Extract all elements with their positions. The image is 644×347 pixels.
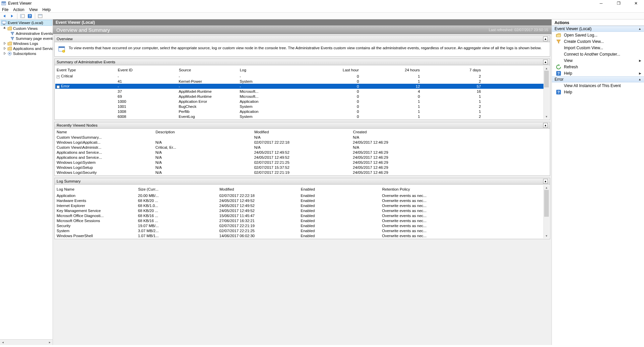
col-header[interactable]: Modified: [218, 185, 300, 193]
tree-item[interactable]: Summary page events: [0, 36, 53, 41]
table-row[interactable]: Security19.07 MB/...02/07/2017 22:21:19E…: [55, 223, 543, 228]
col-header[interactable]: 24 hours: [360, 66, 421, 74]
table-row[interactable]: Custom Views\Summary...N/AN/A: [55, 135, 549, 140]
section2-collapse[interactable]: ▲: [638, 78, 641, 81]
table-row[interactable]: Key Management Service68 KB/20 ...24/05/…: [55, 208, 543, 213]
action-item[interactable]: ?Help▶: [552, 70, 644, 76]
table-row[interactable]: 37AppModel-RuntimeMicrosoft...0416: [55, 89, 543, 94]
table-row[interactable]: Applications and Service...N/A24/05/2017…: [55, 150, 549, 155]
tree-toggle[interactable]: [3, 52, 6, 55]
submenu-arrow: ▶: [639, 72, 641, 75]
table-row[interactable]: 1008PerflibApplication011: [55, 109, 543, 114]
action-item[interactable]: Open Saved Log...: [552, 32, 644, 38]
tree-label: Custom Views: [13, 26, 38, 30]
summary-collapse[interactable]: ▲: [543, 60, 548, 64]
tree-toggle[interactable]: [3, 42, 6, 45]
maximize-button[interactable]: ❐: [614, 1, 623, 6]
tree-label: Administrative Events: [16, 31, 53, 36]
properties-button[interactable]: [37, 13, 44, 19]
tree-label: Summary page events: [16, 37, 53, 41]
help-icon: ?: [556, 89, 561, 95]
table-row[interactable]: Custom Views\Administr...Critical, Er...…: [55, 145, 549, 150]
menu-file[interactable]: File: [2, 7, 8, 12]
table-row[interactable]: Hardware Events68 KB/20 ...24/05/2017 12…: [55, 198, 543, 203]
menu-action[interactable]: Action: [13, 7, 24, 12]
col-header[interactable]: Description: [154, 129, 253, 135]
col-header[interactable]: Last hour: [299, 66, 360, 74]
recent-collapse[interactable]: ▲: [543, 123, 548, 128]
table-row[interactable]: Windows Logs\Applicati...N/A02/07/2017 2…: [55, 140, 549, 145]
table-row[interactable]: 69AppModel-RuntimeMicrosoft...001: [55, 94, 543, 99]
action-item[interactable]: Refresh: [552, 64, 644, 70]
table-row[interactable]: Windows Logs\SetupN/A02/07/2017 15:37:52…: [55, 165, 549, 170]
col-header[interactable]: Name: [55, 129, 154, 135]
col-header[interactable]: Source: [177, 66, 238, 74]
logsummary-table[interactable]: Log NameSize (Curr...ModifiedEnabledRete…: [55, 185, 543, 238]
action-item[interactable]: Import Custom View...: [552, 45, 644, 51]
tree-toggle[interactable]: [3, 27, 6, 30]
recent-table[interactable]: NameDescriptionModifiedCreatedCustom Vie…: [55, 129, 549, 175]
action-item[interactable]: ?Help: [552, 89, 644, 95]
tree-item[interactable]: Subscriptions: [0, 51, 53, 56]
actions-title: Actions: [552, 19, 644, 26]
col-header[interactable]: Enabled: [299, 185, 381, 193]
summary-scrollbar[interactable]: ▲ ▼: [543, 66, 549, 119]
row-expander[interactable]: −: [57, 85, 60, 88]
blank-icon: [556, 45, 561, 51]
menu-help[interactable]: Help: [43, 7, 51, 12]
table-row[interactable]: Internet Explorer68 KB/1.0...24/05/2017 …: [55, 203, 543, 208]
table-row[interactable]: Application20.00 MB/...02/07/2017 22:22:…: [55, 193, 543, 198]
table-row[interactable]: Microsoft Office Sessions68 KB/16 ...27/…: [55, 218, 543, 223]
col-header[interactable]: Log Name: [55, 185, 137, 193]
tree-hscroll[interactable]: ◄►: [0, 339, 53, 345]
close-button[interactable]: ✕: [631, 1, 641, 6]
table-row[interactable]: 6008EventLogSystem012: [55, 114, 543, 119]
col-header[interactable]: Size (Curr...: [137, 185, 218, 193]
action-item[interactable]: View▶: [552, 57, 644, 64]
table-row[interactable]: Applications and Service...N/A24/05/2017…: [55, 155, 549, 160]
table-row[interactable]: +Critical---012: [55, 74, 543, 79]
summary-table[interactable]: Event TypeEvent IDSourceLogLast hour24 h…: [55, 66, 543, 119]
col-header[interactable]: 7 days: [421, 66, 482, 74]
computer-icon: [2, 20, 6, 25]
minimize-button[interactable]: ─: [596, 1, 606, 6]
section1-collapse[interactable]: ▲: [638, 27, 641, 30]
help-button[interactable]: ?: [26, 13, 33, 19]
tree-toggle[interactable]: [3, 47, 6, 50]
col-header[interactable]: Modified: [253, 129, 351, 135]
logsummary-scrollbar[interactable]: ▲ ▼: [543, 185, 549, 238]
forward-button[interactable]: [9, 13, 15, 19]
filter-icon: [556, 39, 561, 44]
table-row[interactable]: Windows Logs\SystemN/A02/07/2017 22:21:2…: [55, 160, 549, 165]
tree-item[interactable]: Custom Views: [0, 26, 53, 31]
table-row[interactable]: 1000Application ErrorApplication011: [55, 99, 543, 104]
tree-item[interactable]: Administrative Events: [0, 31, 53, 36]
tree-root[interactable]: Event Viewer (Local): [1, 20, 52, 26]
actions-section-1: Event Viewer (Local) ▲: [552, 26, 644, 32]
col-header[interactable]: Log: [238, 66, 299, 74]
show-tree-button[interactable]: [19, 13, 26, 19]
table-row[interactable]: Windows PowerShell1.07 MB/1...14/06/2017…: [55, 233, 543, 238]
submenu-arrow: ▶: [639, 59, 641, 62]
action-item[interactable]: Connect to Another Computer...: [552, 51, 644, 57]
table-row[interactable]: 1001BugCheckSystem012: [55, 104, 543, 109]
tree-item[interactable]: Applications and Services Lo: [0, 46, 53, 51]
col-header[interactable]: Retention Policy: [381, 185, 462, 193]
col-header[interactable]: Event ID: [116, 66, 177, 74]
back-button[interactable]: [1, 13, 8, 19]
menu-view[interactable]: View: [29, 7, 38, 12]
table-row[interactable]: −Error---01257: [55, 84, 543, 89]
tree-item[interactable]: Windows Logs: [0, 41, 53, 46]
action-item[interactable]: Create Custom View...: [552, 38, 644, 45]
table-row[interactable]: 41Kernel-PowerSystem012: [55, 79, 543, 84]
table-row[interactable]: Windows Logs\SecurityN/A02/07/2017 22:21…: [55, 170, 549, 175]
col-header[interactable]: Event Type: [55, 66, 116, 74]
action-item[interactable]: View All Instances of This Event: [552, 82, 644, 89]
col-header[interactable]: Created: [351, 129, 450, 135]
table-row[interactable]: Microsoft Office Diagnosti...68 KB/16 ..…: [55, 213, 543, 218]
row-expander[interactable]: +: [57, 75, 60, 78]
tree-pane: Event Viewer (Local) Custom ViewsAdminis…: [0, 19, 53, 345]
overview-collapse[interactable]: ▲: [543, 37, 548, 41]
table-row[interactable]: System3.07 MB/2...02/07/2017 22:21:25Ena…: [55, 228, 543, 233]
logsummary-collapse[interactable]: ▲: [543, 179, 548, 184]
